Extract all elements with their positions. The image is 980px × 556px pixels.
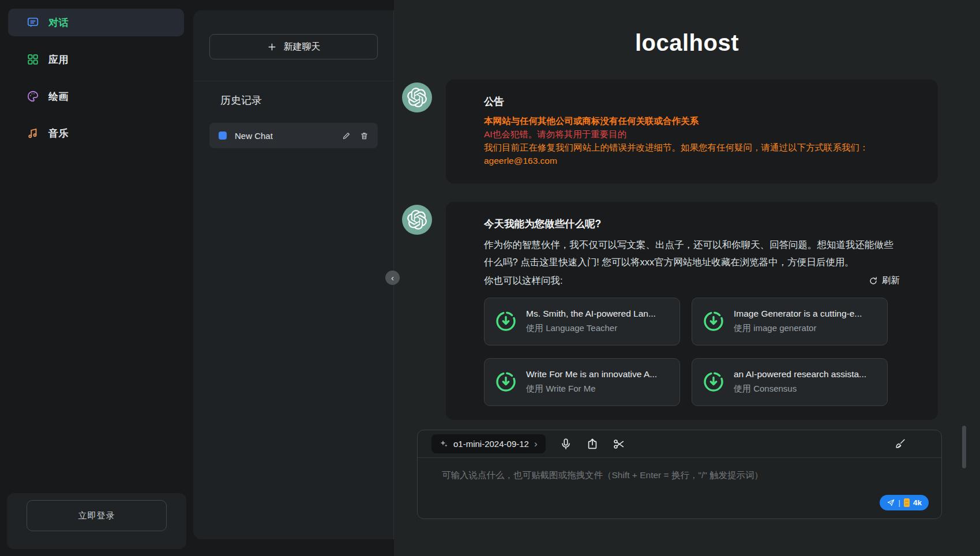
suggestion-card[interactable]: Ms. Smith, the AI-powered Lan... 使用 Lang… <box>484 298 680 345</box>
palette-icon <box>27 90 39 103</box>
composer: o1-mini-2024-09-12 › <box>417 430 942 519</box>
welcome-heading: 今天我能为您做些什么呢? <box>484 217 900 231</box>
contact-email-link[interactable]: ageerle@163.com <box>484 154 900 167</box>
sidebar-item-label: 应用 <box>48 53 69 66</box>
delete-icon[interactable] <box>360 132 369 140</box>
scissors-button[interactable] <box>613 435 625 453</box>
sidebar-item-label: 音乐 <box>48 127 69 140</box>
plugin-download-icon <box>702 310 725 333</box>
refresh-icon <box>869 276 878 285</box>
chat-list-panel: 新建聊天 历史记录 New Chat <box>193 10 394 539</box>
ask-hint: 你也可以这样问我: <box>484 272 563 290</box>
suggestion-grid: Ms. Smith, the AI-powered Lan... 使用 Lang… <box>484 298 900 406</box>
model-selector[interactable]: o1-mini-2024-09-12 › <box>431 434 546 453</box>
suggestion-subtitle: 使用 Language Teacher <box>526 323 656 334</box>
suggestion-card[interactable]: Write For Me is an innovative A... 使用 Wr… <box>484 358 680 406</box>
model-name: o1-mini-2024-09-12 <box>453 439 529 449</box>
broom-icon <box>894 438 907 450</box>
page-title: localhost <box>394 30 980 56</box>
chat-main: localhost 公告 本网站与任何其他公司或商标没有任何关联或合作关系 AI… <box>394 0 980 556</box>
chat-bubble-icon <box>27 16 39 29</box>
sparkle-icon <box>440 439 448 448</box>
upload-button[interactable] <box>586 435 599 453</box>
plugin-download-icon <box>702 370 725 393</box>
openai-logo-icon <box>407 88 427 107</box>
suggestion-title: Ms. Smith, the AI-powered Lan... <box>526 309 656 319</box>
composer-toolbar: o1-mini-2024-09-12 › <box>418 430 941 458</box>
clear-chat-button[interactable] <box>894 435 907 453</box>
notice-line: 本网站与任何其他公司或商标没有任何关联或合作关系 <box>484 114 900 127</box>
scrollbar-thumb[interactable] <box>962 426 966 468</box>
send-plane-icon <box>887 498 895 507</box>
plugin-download-icon <box>494 310 517 333</box>
message-bubble: 公告 本网站与任何其他公司或商标没有任何关联或合作关系 AI也会犯错。请勿将其用… <box>446 80 938 183</box>
sidebar-item-label: 对话 <box>48 16 69 29</box>
suggestion-card-text: an AI-powered research assista... 使用 Con… <box>734 369 866 395</box>
plugin-download-icon <box>494 370 517 393</box>
sidebar-item-music[interactable]: 音乐 <box>8 119 184 147</box>
assistant-avatar <box>402 82 432 112</box>
message-bubble: 今天我能为您做些什么呢? 作为你的智慧伙伴，我不仅可以写文案、出点子，还可以和你… <box>446 202 938 420</box>
sidebar: 对话 应用 绘画 <box>0 0 193 556</box>
edit-icon[interactable] <box>342 132 351 140</box>
openai-logo-icon <box>407 210 427 230</box>
suggestion-subtitle: 使用 image generator <box>734 323 862 334</box>
suggestion-card-text: Write For Me is an innovative A... 使用 Wr… <box>526 369 657 395</box>
microphone-button[interactable] <box>560 435 572 453</box>
plus-icon <box>267 42 277 52</box>
chevron-right-icon: › <box>534 439 538 449</box>
apps-grid-icon <box>27 53 39 66</box>
notice-heading: 公告 <box>484 95 900 108</box>
suggestion-card[interactable]: an AI-powered research assista... 使用 Con… <box>692 358 888 406</box>
send-button[interactable]: | 4k <box>880 495 929 510</box>
token-count: 4k <box>913 498 922 507</box>
sidebar-nav: 对话 应用 绘画 <box>8 9 184 156</box>
suggestion-card[interactable]: Image Generator is a cutting-e... 使用 ima… <box>692 298 888 345</box>
token-coin-icon <box>904 498 910 507</box>
sidebar-item-label: 绘画 <box>48 90 69 103</box>
scissors-icon <box>613 438 625 450</box>
history-item-actions <box>342 132 369 140</box>
chat-color-swatch <box>219 132 227 140</box>
sidebar-item-apps[interactable]: 应用 <box>8 46 184 73</box>
notice-line: 我们目前正在修复我们网站上的错误并改进细节。如果您有任何疑问，请通过以下方式联系… <box>484 141 900 154</box>
sidebar-item-drawing[interactable]: 绘画 <box>8 82 184 110</box>
suggestion-card-text: Image Generator is a cutting-e... 使用 ima… <box>734 309 862 334</box>
composer-body: | 4k <box>418 458 941 519</box>
new-chat-label: 新建聊天 <box>284 41 321 53</box>
history-title: 历史记录 <box>220 93 262 107</box>
divider <box>193 81 393 81</box>
sidebar-item-chat[interactable]: 对话 <box>8 9 184 36</box>
history-item-title: New Chat <box>235 131 342 141</box>
music-note-icon <box>27 127 39 140</box>
refresh-label: 刷新 <box>882 275 900 287</box>
badge-separator: | <box>899 498 900 507</box>
welcome-body: 作为你的智慧伙伴，我不仅可以写文案、出点子，还可以和你聊天、回答问题。想知道我还… <box>484 236 900 271</box>
upload-icon <box>586 438 599 450</box>
suggestion-subtitle: 使用 Consensus <box>734 384 866 395</box>
assistant-avatar <box>402 205 432 235</box>
login-panel: 立即登录 <box>7 493 186 549</box>
suggestion-subtitle: 使用 Write For Me <box>526 384 657 395</box>
microphone-icon <box>560 438 572 450</box>
message-input[interactable] <box>418 458 941 495</box>
suggestion-title: an AI-powered research assista... <box>734 369 866 380</box>
suggestion-title: Write For Me is an innovative A... <box>526 369 657 380</box>
ask-row: 你也可以这样问我: 刷新 <box>484 272 900 290</box>
new-chat-button[interactable]: 新建聊天 <box>209 34 378 59</box>
app-root: 对话 应用 绘画 <box>0 0 980 556</box>
suggestion-title: Image Generator is a cutting-e... <box>734 309 862 319</box>
refresh-suggestions-button[interactable]: 刷新 <box>869 275 900 287</box>
notice-line: AI也会犯错。请勿将其用于重要目的 <box>484 127 900 141</box>
login-button[interactable]: 立即登录 <box>27 500 167 531</box>
collapse-panel-button[interactable]: ‹ <box>385 271 400 285</box>
history-item[interactable]: New Chat <box>209 123 378 148</box>
suggestion-card-text: Ms. Smith, the AI-powered Lan... 使用 Lang… <box>526 309 656 334</box>
